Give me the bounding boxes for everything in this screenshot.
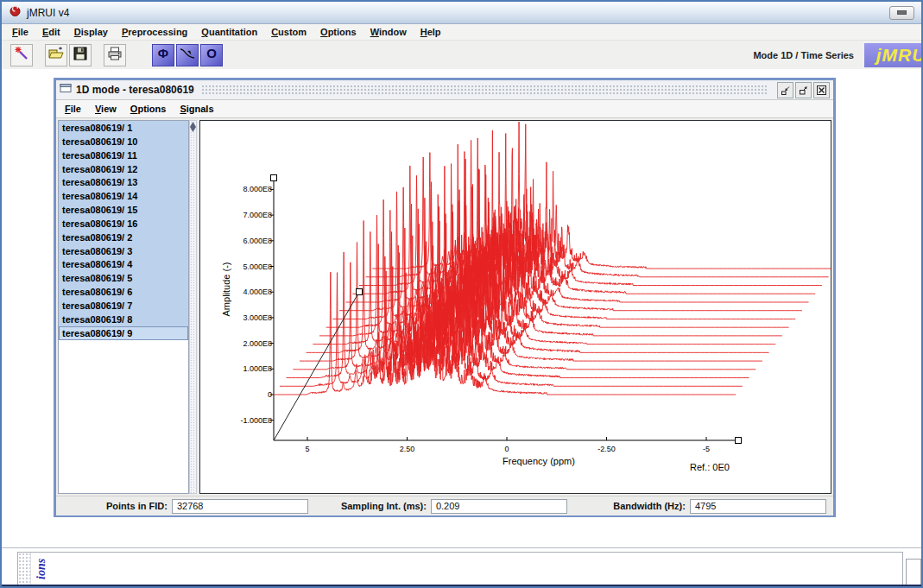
titlebar-texture — [201, 85, 768, 96]
signal-list-item[interactable]: teresa080619/ 11 — [59, 149, 188, 162]
signal-list-item[interactable]: teresa080619/ 15 — [59, 203, 188, 217]
svg-text:Φ: Φ — [158, 46, 168, 60]
inner-menu-options[interactable]: Options — [123, 102, 174, 116]
menu-quantitation[interactable]: Quantitation — [194, 25, 264, 39]
menu-display[interactable]: Display — [67, 25, 115, 39]
svg-text:-1.000E8: -1.000E8 — [240, 416, 272, 425]
svg-text:0: 0 — [268, 390, 272, 399]
bottom-right-panel — [906, 559, 921, 588]
svg-text:2.000E8: 2.000E8 — [243, 339, 272, 348]
toolbar-button-group: ΦO — [10, 44, 224, 66]
spectra-waterfall-chart: 8.000E87.000E86.000E85.000E84.000E83.000… — [200, 121, 831, 493]
inner-maximize-button[interactable] — [795, 82, 812, 98]
app-window: { "window": { "title": "jMRUI v4", "mode… — [0, 0, 923, 588]
menu-preprocessing[interactable]: Preprocessing — [115, 25, 194, 39]
main-menubar: FileEditDisplayPreprocessingQuantitation… — [2, 24, 921, 41]
signal-list-item[interactable]: teresa080619/ 4 — [59, 257, 188, 271]
palette-grip[interactable] — [18, 553, 31, 585]
minimize-icon — [897, 10, 907, 15]
minimize-button[interactable] — [889, 6, 914, 20]
status-label: Bandwidth (Hz): — [581, 501, 690, 511]
inner-menubar: FileViewOptionsSignals — [56, 100, 833, 118]
signal-list-item[interactable]: teresa080619/ 6 — [59, 285, 188, 299]
menu-help[interactable]: Help — [414, 25, 448, 39]
inner-close-button[interactable] — [813, 82, 830, 98]
status-value-field[interactable]: 0.209 — [431, 499, 567, 514]
spectrum-trace — [372, 124, 831, 269]
status-group: Points in FID:32768 — [56, 499, 315, 514]
status-value-field[interactable]: 32768 — [172, 499, 308, 514]
magic-wand-button[interactable] — [10, 44, 33, 66]
zero-fill-icon: O — [203, 45, 220, 66]
open-folder-icon — [47, 45, 65, 66]
signal-list-item[interactable]: teresa080619/ 16 — [59, 217, 188, 231]
svg-text:0: 0 — [504, 445, 509, 453]
apodize-curve-button[interactable] — [176, 44, 199, 66]
y-axis-scale-handle[interactable] — [271, 175, 277, 181]
inner-status-bar: Points in FID:32768Sampling Int. (ms):0.… — [56, 496, 833, 515]
menu-custom[interactable]: Custom — [264, 25, 313, 39]
status-group: Bandwidth (Hz):4795 — [574, 499, 833, 514]
signal-list-item[interactable]: teresa080619/ 1 — [59, 121, 188, 135]
menu-file[interactable]: File — [5, 25, 35, 39]
bottom-tab-label[interactable]: ions — [31, 553, 52, 585]
status-group: Sampling Int. (ms):0.209 — [315, 499, 574, 514]
svg-text:5: 5 — [305, 445, 309, 453]
signal-list-item[interactable]: teresa080619/ 5 — [59, 271, 188, 285]
inner-menu-signals[interactable]: Signals — [173, 102, 220, 116]
app-logo-icon — [9, 4, 22, 21]
inner-minimize-button[interactable] — [777, 82, 793, 98]
menu-window[interactable]: Window — [364, 25, 414, 39]
signal-list-item[interactable]: teresa080619/ 13 — [59, 175, 188, 189]
save-button[interactable] — [69, 44, 92, 66]
svg-text:7.000E8: 7.000E8 — [243, 211, 272, 219]
svg-text:6.000E8: 6.000E8 — [243, 237, 272, 245]
bottom-bar — [2, 585, 921, 587]
phase-phi-button[interactable]: Φ — [152, 44, 174, 66]
window-title: jMRUI v4 — [27, 7, 69, 19]
jmrui-logo: jMRUI — [864, 43, 923, 67]
inner-window: 1D mode - teresa080619 — [54, 78, 836, 517]
signal-list-item[interactable]: teresa080619/ 8 — [59, 313, 188, 326]
bottom-palette: ions — [17, 552, 903, 586]
signal-list-item[interactable]: teresa080619/ 14 — [59, 189, 188, 203]
inner-window-title: 1D mode - teresa080619 — [76, 84, 194, 96]
signal-list-scrollbar[interactable] — [189, 120, 197, 494]
inner-menu-file[interactable]: File — [58, 102, 88, 116]
status-value-field[interactable]: 4795 — [690, 499, 826, 514]
phase-phi-icon: Φ — [155, 45, 172, 66]
signal-list-item[interactable]: teresa080619/ 7 — [59, 299, 188, 313]
svg-text:3.000E8: 3.000E8 — [243, 313, 272, 322]
signal-list: teresa080619/ 1teresa080619/ 10teresa080… — [58, 120, 189, 494]
status-label: Points in FID: — [63, 501, 172, 511]
menu-options[interactable]: Options — [313, 25, 364, 39]
minimize-arrow-icon — [780, 85, 791, 96]
x-axis-scale-handle[interactable] — [736, 438, 742, 444]
save-icon — [72, 45, 89, 66]
zero-fill-button[interactable]: O — [200, 44, 223, 66]
svg-text:Amplitude (-): Amplitude (-) — [221, 262, 231, 317]
spectrum-trace — [359, 149, 822, 286]
svg-text:8.000E8: 8.000E8 — [243, 185, 272, 193]
svg-text:-2.50: -2.50 — [597, 445, 616, 453]
apodize-curve-icon — [179, 45, 196, 66]
inner-window-icon — [60, 82, 72, 98]
signal-list-item[interactable]: teresa080619/ 2 — [59, 231, 188, 244]
magic-wand-icon — [13, 45, 30, 66]
stack-direction-handle[interactable] — [357, 289, 363, 295]
signal-list-item[interactable]: teresa080619/ 9 — [59, 326, 188, 340]
signal-list-item[interactable]: teresa080619/ 10 — [59, 135, 188, 149]
open-folder-button[interactable] — [45, 44, 67, 66]
svg-text:4.000E8: 4.000E8 — [243, 288, 272, 296]
spectra-plot-panel[interactable]: 8.000E87.000E86.000E85.000E84.000E83.000… — [199, 120, 831, 494]
menu-edit[interactable]: Edit — [35, 25, 67, 39]
print-button[interactable] — [104, 44, 126, 66]
inner-content: teresa080619/ 1teresa080619/ 10teresa080… — [56, 118, 833, 496]
inner-titlebar[interactable]: 1D mode - teresa080619 — [56, 80, 833, 100]
status-label: Sampling Int. (ms): — [322, 501, 431, 511]
print-icon — [106, 45, 123, 66]
mode-label: Mode 1D / Time Series — [753, 50, 854, 60]
signal-list-item[interactable]: teresa080619/ 3 — [59, 244, 188, 258]
inner-menu-view[interactable]: View — [88, 102, 123, 116]
signal-list-item[interactable]: teresa080619/ 12 — [59, 162, 188, 176]
